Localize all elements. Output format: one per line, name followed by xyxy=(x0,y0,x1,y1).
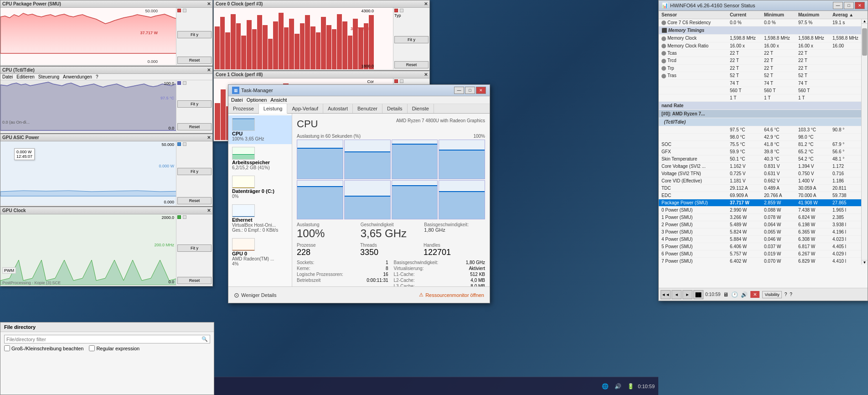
l1-cache-value: 512 KB xyxy=(470,272,485,277)
hwinfo-scroll-thumb[interactable] xyxy=(862,28,867,56)
tctl-fit-y-button[interactable]: Fit y xyxy=(177,100,212,108)
nav-prev-button[interactable]: ◄ xyxy=(672,290,682,299)
tm-menu-datei[interactable]: Datei xyxy=(231,97,243,103)
table-row-temp1: 97.5 °C 64.6 °C 103.3 °C 90.8 ° xyxy=(659,126,868,134)
gpu-clock-close[interactable]: ✕ xyxy=(207,208,211,213)
tab-benutzer[interactable]: Benutzer xyxy=(353,104,382,113)
cpu-tctl-titlebar: CPU (Tctl/Tdie) ✕ xyxy=(0,67,212,74)
hwinfo-tray-icon3[interactable]: 🔊 xyxy=(741,291,748,298)
fit-y-button[interactable]: Fit y xyxy=(177,31,212,38)
tab-details[interactable]: Details xyxy=(382,104,408,113)
file-directory-body: 🔍 Groß-/Kleinschreibung beachten Regular… xyxy=(0,332,214,354)
gpu-clock-reset-button[interactable]: Reset xyxy=(177,277,212,284)
sidebar-item-disk[interactable]: Datenträger 0 (C:) 0% xyxy=(228,173,292,202)
virtualisierung-label: Virtualisierung: xyxy=(394,266,424,271)
tm-close-button[interactable]: ✕ xyxy=(476,87,486,94)
core0-clock-close[interactable]: ✕ xyxy=(424,1,428,6)
tab-prozesse[interactable]: Prozesse xyxy=(228,104,259,113)
hwinfo-tray-icon1[interactable]: 🖥 xyxy=(723,291,728,298)
nav-pause-button[interactable]: ██ xyxy=(693,290,703,299)
reset-button[interactable]: Reset xyxy=(177,57,212,64)
hwinfo-tray-area: 0:10:59 🖥 🕐 🔊 ✕ Visibility ? ? xyxy=(705,291,792,298)
gpu-asic-reset-button[interactable]: Reset xyxy=(177,197,212,204)
hwinfo-visibility-expand1[interactable]: ? xyxy=(785,292,787,297)
hwinfo-minimize-button[interactable]: — xyxy=(833,2,843,9)
ethernet-sidebar-sub: Ges.: 0 Empf.: 0 KBit/s xyxy=(232,228,288,233)
cpu-package-power-window: CPU Package Power (SMU) ✕ 50.000 37.717 … xyxy=(0,0,213,66)
table-row-t1: 1 T 1 T 1 T xyxy=(659,94,868,102)
tm-maximize-button[interactable]: □ xyxy=(465,87,475,94)
gpu-clock-fit-y-button[interactable]: Fit y xyxy=(177,244,212,252)
hwinfo-scroll-down[interactable]: ▼ xyxy=(862,260,868,265)
weniger-details-button[interactable]: ⊙ Weniger Details xyxy=(234,291,276,299)
gpu-mini-graph xyxy=(232,238,255,251)
disk-mini-graph xyxy=(232,176,255,188)
sockets-label: Sockets: xyxy=(297,260,314,265)
core1-clock-close[interactable]: ✕ xyxy=(424,72,428,77)
tm-minimize-button[interactable]: — xyxy=(454,87,464,94)
sidebar-item-ethernet[interactable]: Ethernet VirtualBox Host-Oni... Ges.: 0 … xyxy=(228,202,292,235)
menu-datei[interactable]: Datei xyxy=(2,74,13,79)
hwinfo-table-body: Core 7 C6 Residency 0.0 % 0.0 % 97.5 % 1… xyxy=(659,19,868,265)
core0-fit-y-button[interactable]: Fit y xyxy=(394,36,429,43)
hwinfo-close-button[interactable]: ✕ xyxy=(855,2,865,9)
menu-steuerung[interactable]: Steuerung xyxy=(38,74,59,79)
betriebszeit-row: Betriebszeit 0:00:11:31 xyxy=(297,278,388,283)
virtualisierung-value: Aktiviert xyxy=(469,266,485,271)
hwinfo-visibility-expand2[interactable]: ? xyxy=(790,292,792,297)
table-row-memory-clock-ratio: Memory Clock Ratio 16.00 x 16.00 x 16.00… xyxy=(659,42,868,50)
tab-autostart[interactable]: Autostart xyxy=(323,104,353,113)
table-row-trp: Trp 22 T 22 T 22 T xyxy=(659,65,868,72)
table-row-package-power[interactable]: Package Power (SMU) 37.717 W 2.859 W 41.… xyxy=(659,199,868,207)
hwinfo-maximize-button[interactable]: □ xyxy=(844,2,854,9)
sidebar-item-ram[interactable]: Arbeitsspeicher 6,2/15,2 GB (41%) xyxy=(228,144,292,173)
gpu-asic-close[interactable]: ✕ xyxy=(207,135,211,140)
tray-network-icon[interactable]: 🌐 xyxy=(599,381,610,392)
cpu-basisgeschwindigkeit-label: Basisgeschwindigkeit: xyxy=(424,222,485,227)
virtualisierung-row: Virtualisierung: Aktiviert xyxy=(394,266,486,271)
nav-next-button[interactable]: ► xyxy=(682,290,692,299)
tab-leistung[interactable]: Leistung xyxy=(259,104,288,114)
cpu-tctl-close[interactable]: ✕ xyxy=(207,68,211,73)
regex-checkbox[interactable] xyxy=(89,345,95,351)
cpu-package-power-close[interactable]: ✕ xyxy=(207,1,211,6)
menu-editieren[interactable]: Editieren xyxy=(16,74,34,79)
table-row-memory-clock: Memory Clock 1,598.8 MHz 1,598.8 MHz 1,5… xyxy=(659,35,868,42)
sidebar-item-cpu[interactable]: CPU 100% 3,65 GHz xyxy=(228,115,292,144)
core1-wave xyxy=(297,148,343,179)
hwinfo-scrollbar[interactable]: ▲ ▼ xyxy=(861,19,868,265)
hwinfo-tray-icon2[interactable]: 🕐 xyxy=(731,291,738,298)
core0-reset-button[interactable]: Reset xyxy=(394,61,429,68)
tray-volume-icon[interactable]: 🔊 xyxy=(612,381,623,392)
filter-input[interactable] xyxy=(6,337,202,342)
menu-anwendungen[interactable]: Anwendungen xyxy=(63,74,92,79)
tab-app-verlauf[interactable]: App-Verlauf xyxy=(287,104,323,113)
visibility-button[interactable]: Visibility xyxy=(762,291,781,298)
core0-y-min: 1800.0 xyxy=(361,64,374,68)
nav-first-button[interactable]: ◄◄ xyxy=(661,290,671,299)
tray-battery-icon[interactable]: 🔋 xyxy=(625,381,636,392)
ram-graph-fill xyxy=(232,154,254,159)
core2-wave xyxy=(345,151,390,178)
tm-titlebar: ▦ Task-Manager — □ ✕ xyxy=(228,85,490,96)
menu-help[interactable]: ? xyxy=(96,74,98,79)
sidebar-item-gpu[interactable]: GPU 0 AMD Radeon(TM) ... 4% xyxy=(228,235,292,269)
case-sensitive-label[interactable]: Groß-/Kleinschreibung beachten xyxy=(4,345,83,351)
threads-value: 3350 xyxy=(360,248,422,257)
gpu-asic-current: 0.000 W xyxy=(159,164,174,168)
tm-menu-optionen[interactable]: Optionen xyxy=(247,97,267,103)
tab-dienste[interactable]: Dienste xyxy=(408,104,434,113)
section-tctl-tdie: (Tctl/Tdie) xyxy=(659,118,868,126)
hwinfo-close-red-button[interactable]: ✕ xyxy=(750,291,760,298)
table-row-temp2: 98.0 °C 42.9 °C 98.0 °C xyxy=(659,134,868,141)
handles-label: Handles xyxy=(424,243,485,248)
gpu-asic-fit-y-button[interactable]: Fit y xyxy=(177,168,212,175)
case-sensitive-checkbox[interactable] xyxy=(4,345,10,351)
tm-menu-ansicht[interactable]: Ansicht xyxy=(270,97,287,103)
hwinfo-scroll-up[interactable]: ▲ xyxy=(862,19,868,24)
ethernet-graph-fill xyxy=(232,216,254,217)
file-directory-panel: File directory 🔍 Groß-/Kleinschreibung b… xyxy=(0,322,214,395)
tctl-reset-button[interactable]: Reset xyxy=(177,123,212,130)
regex-label[interactable]: Regular expression xyxy=(89,345,140,351)
ressource-monitor-button[interactable]: ⚠ Ressourcenmonitor öffnen xyxy=(419,292,484,298)
